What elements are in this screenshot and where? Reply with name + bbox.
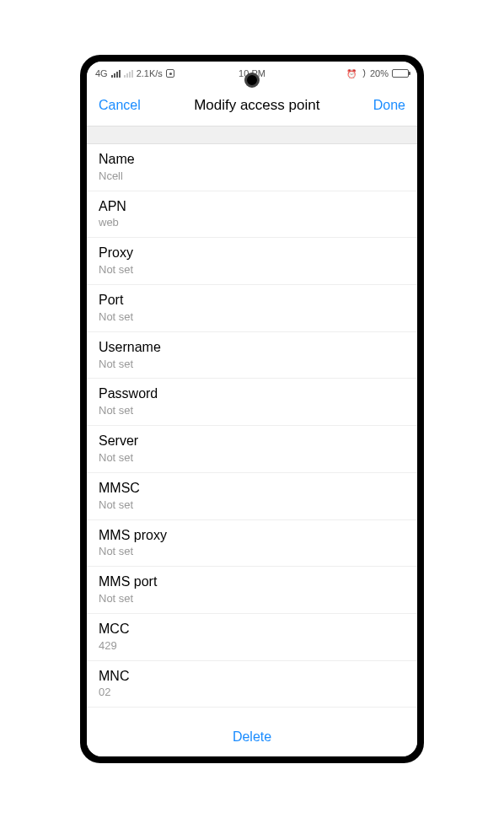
apn-field-list[interactable]: Name Ncell APN web Proxy Not set Port No… — [87, 144, 417, 719]
field-value: Not set — [99, 310, 405, 325]
field-value: Not set — [99, 592, 405, 606]
status-right: 20% — [346, 68, 409, 78]
battery-icon — [392, 69, 409, 78]
nav-bar: Cancel Modify access point Done — [87, 85, 417, 126]
network-type: 4G — [95, 68, 108, 78]
field-value: Not set — [99, 451, 405, 466]
field-value: 429 — [99, 639, 405, 654]
field-value: Ncell — [99, 170, 405, 184]
field-label: MNC — [99, 668, 405, 686]
field-name[interactable]: Name Ncell — [87, 144, 417, 191]
field-label: MMSC — [99, 480, 405, 498]
battery-percentage: 20% — [370, 68, 389, 78]
field-label: MCC — [99, 621, 405, 638]
field-username[interactable]: Username Not set — [87, 332, 417, 379]
camera-icon — [166, 69, 174, 78]
field-apn[interactable]: APN web — [87, 191, 417, 239]
field-label: Password — [99, 385, 405, 403]
section-separator — [87, 126, 417, 144]
phone-frame: 4G 2.1K/s 10 PM 20% Cancel Modify access… — [80, 55, 424, 763]
field-value: Not set — [99, 263, 405, 277]
field-proxy[interactable]: Proxy Not set — [87, 238, 417, 285]
field-value: web — [99, 216, 405, 230]
camera-cutout — [244, 73, 260, 88]
status-left: 4G 2.1K/s — [95, 68, 174, 78]
wifi-icon — [358, 68, 367, 78]
signal-secondary-icon — [124, 69, 133, 78]
field-mcc[interactable]: MCC 429 — [87, 614, 417, 661]
field-label: Proxy — [99, 245, 405, 262]
field-label: Username — [99, 339, 405, 357]
field-value: 02 — [99, 686, 405, 700]
field-mms-proxy[interactable]: MMS proxy Not set — [87, 520, 417, 568]
done-button[interactable]: Done — [373, 98, 405, 113]
field-value: Not set — [99, 358, 405, 372]
phone-screen: 4G 2.1K/s 10 PM 20% Cancel Modify access… — [87, 62, 417, 756]
alarm-icon — [346, 68, 357, 78]
field-label: APN — [99, 198, 405, 216]
field-mmsc[interactable]: MMSC Not set — [87, 473, 417, 520]
field-password[interactable]: Password Not set — [87, 379, 417, 426]
field-label: Name — [99, 151, 405, 169]
signal-icon — [111, 69, 121, 78]
delete-button[interactable]: Delete — [87, 719, 417, 756]
field-label: Server — [99, 433, 405, 450]
field-server[interactable]: Server Not set — [87, 426, 417, 473]
page-title: Modify access point — [194, 97, 319, 114]
cancel-button[interactable]: Cancel — [99, 98, 141, 113]
field-value: Not set — [99, 545, 405, 559]
field-label: MMS proxy — [99, 527, 405, 545]
data-speed: 2.1K/s — [137, 68, 163, 78]
field-label: MMS port — [99, 573, 405, 591]
field-mnc[interactable]: MNC 02 — [87, 661, 417, 708]
field-label: Port — [99, 292, 405, 309]
field-value: Not set — [99, 498, 405, 513]
field-mms-port[interactable]: MMS port Not set — [87, 567, 417, 614]
field-port[interactable]: Port Not set — [87, 285, 417, 332]
field-value: Not set — [99, 404, 405, 418]
